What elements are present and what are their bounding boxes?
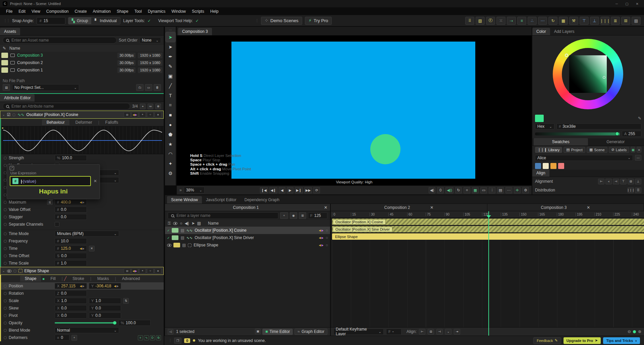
saturation-value-square[interactable] [569, 55, 607, 93]
position-x-field[interactable]: X257.115◀▶ [55, 283, 87, 289]
tips-and-tricks-button[interactable]: Tips and Tricks◑ [603, 337, 640, 344]
attr-socket[interactable] [4, 299, 7, 302]
tab-dependency-graph[interactable]: Dependency Graph [240, 196, 283, 204]
time-offset-field[interactable]: S0.0 [55, 253, 87, 259]
expand-popup-icon[interactable] [10, 166, 14, 170]
next-frame-button[interactable]: ▶❙ [295, 187, 303, 193]
tab-falloffs[interactable]: Falloffs [101, 119, 123, 125]
asset-color-swatch[interactable] [1, 60, 8, 65]
close-button[interactable]: ✕ [636, 2, 639, 6]
hex-mode-dropdown[interactable]: Hex⌄ [535, 123, 554, 129]
layers-composition-tab[interactable]: Composition 1 [168, 205, 324, 210]
collapse-icon[interactable]: ◁ [168, 329, 173, 335]
menu-window[interactable]: Window [169, 8, 189, 14]
align-keys-center-icon[interactable]: ⊟ [428, 329, 434, 335]
message-log-icon[interactable]: ❐ [174, 338, 181, 344]
attr-socket[interactable] [4, 216, 7, 219]
layer-row-ellipse-shape[interactable]: ▤ Ellipse Shape ◀▶ ○ [165, 241, 330, 249]
maximize-button[interactable]: ▢ [625, 2, 628, 6]
menu-tool[interactable]: Tool [132, 8, 145, 14]
speaker-icon[interactable]: ◀)) [445, 187, 453, 193]
playhead-line[interactable] [488, 211, 489, 336]
keyframe-prev-icon[interactable]: ◀ [319, 236, 321, 239]
layer-row-oscillator-sine-driver[interactable]: ✓ ▤ ∿∿ Oscillator [Position.X] Sine Driv… [165, 234, 330, 241]
asset-row-composition-1[interactable]: Composition 1 30.00fps 1920 x 1080 [0, 66, 164, 74]
list-view-icon[interactable]: ≡ [637, 147, 641, 153]
more-options-icon[interactable]: ⋯ [505, 187, 512, 193]
close-popup-icon[interactable]: ✕ [94, 179, 97, 183]
strip-collapse-icon[interactable]: » [179, 188, 182, 192]
current-color-swatch[interactable] [535, 115, 544, 122]
attr-socket[interactable] [4, 262, 7, 265]
scale-y-field[interactable]: Y1.0 [89, 298, 121, 304]
palette-dropdown[interactable]: Alice⌄ [535, 155, 633, 161]
add-list-icon[interactable]: ≔ [148, 104, 153, 109]
solo-column-icon[interactable]: ○ [180, 221, 182, 226]
zoom-level-dropdown[interactable]: 38%⌄ [184, 187, 205, 193]
attr-socket[interactable] [4, 240, 7, 243]
prev-frame-button[interactable]: ◀ [279, 187, 285, 193]
crop-tool[interactable]: ⌗ [166, 100, 175, 110]
filter-bars-icon[interactable]: ≡ [138, 335, 143, 340]
project-set-dropdown[interactable]: No Project Set...⌄ [12, 84, 79, 91]
enabled-check-icon[interactable]: ✓ [167, 236, 170, 240]
pivot-y-field[interactable]: Y0.0 [89, 312, 121, 319]
attr-socket[interactable] [4, 336, 7, 339]
add-deformer-button[interactable]: + [71, 335, 77, 341]
timeline-tab-composition-3[interactable]: Composition 3✕ [487, 204, 644, 211]
keys-options-icon[interactable]: ⌄ [445, 329, 451, 335]
eyedropper-icon[interactable]: ✎ [3, 46, 6, 51]
flag-icon[interactable]: ⫶ [489, 187, 495, 193]
opacity-slider-knob[interactable] [113, 321, 116, 325]
close-tab-icon[interactable]: ✕ [324, 205, 327, 210]
attr-socket[interactable] [4, 186, 7, 189]
attr-socket[interactable] [4, 314, 7, 317]
maximum-field[interactable]: #400.0◀▶ [55, 199, 87, 205]
enabled-check-icon[interactable]: ✓ [167, 229, 170, 232]
viewport-composition-tab[interactable]: Composition 3 [178, 28, 212, 35]
socket-icon[interactable]: ○ [326, 228, 328, 233]
expression-input[interactable]: # |-(value) [10, 176, 91, 186]
grid-cells-tool-icon[interactable]: ⊞ [621, 17, 630, 25]
keyframe-next-icon[interactable]: ▶ [322, 244, 324, 247]
upgrade-to-pro-button[interactable]: Upgrade to Pro➤ [564, 337, 601, 344]
socket-icon[interactable]: ○ [326, 243, 328, 247]
blend-mode-dropdown[interactable]: Normal⌄ [55, 327, 119, 333]
camera-tool[interactable]: ▣ [166, 71, 175, 81]
playhead-marker-icon[interactable] [486, 215, 491, 218]
menu-animation[interactable]: Animation [90, 8, 113, 14]
cube-tool-icon[interactable]: ▧ [476, 17, 485, 25]
timeline-tab-composition-2[interactable]: Composition 2✕ [331, 204, 487, 211]
snap-keys-icon[interactable]: ⇥ [454, 329, 460, 335]
layer-color-swatch[interactable] [172, 228, 178, 233]
keyframe-prev-icon[interactable]: ◀ [80, 201, 82, 204]
time-scale-field[interactable]: #1.0 [55, 260, 87, 266]
align-bars-tool-icon[interactable]: ≡ [517, 17, 526, 25]
close-section-icon[interactable]: ✕ [155, 112, 161, 117]
strength-field[interactable]: %100.0 [55, 155, 87, 161]
play-button[interactable]: ▶ [287, 187, 293, 193]
trail-arrow-tool-icon[interactable]: ⇢ [507, 17, 516, 25]
star4-tool[interactable]: ✦ [166, 159, 175, 168]
pixel-grid-icon[interactable]: ⌗ [464, 187, 470, 193]
swatch-orange[interactable] [550, 163, 556, 169]
open-folder-icon[interactable]: 🗀 [136, 84, 144, 91]
trash-icon[interactable]: 🗑 [154, 84, 161, 91]
lock-column-icon[interactable]: ⚿ [168, 221, 171, 226]
tab-fill[interactable]: Fill [46, 276, 60, 282]
separate-channels-checkbox[interactable] [55, 222, 59, 227]
options-icon[interactable]: ⁘ [147, 268, 154, 274]
options-icon[interactable]: ⁘ [147, 112, 154, 117]
menu-help[interactable]: Help [208, 8, 221, 14]
solo-filter-icon[interactable]: ◉ [290, 212, 297, 219]
star-tool[interactable]: ★ [166, 139, 175, 149]
tab-generator[interactable]: Generator [589, 138, 643, 146]
hex-value-field[interactable]: #3ce38e [556, 123, 641, 129]
forge-tool-icon[interactable]: Ⓕ [486, 17, 495, 25]
attribute-search-input[interactable] [11, 104, 127, 109]
move-pivot-icon[interactable]: ✛ [514, 187, 521, 193]
timeline-bar-oscillator-sine-driver[interactable]: Oscillator [Position.X] Sine Driver [332, 226, 644, 232]
rotation-field[interactable]: Z0.0 [55, 290, 87, 296]
viewport-canvas[interactable]: Hold S Direct Layer Selection Space Play… [177, 36, 532, 185]
radio-socket-icon[interactable] [13, 270, 16, 273]
